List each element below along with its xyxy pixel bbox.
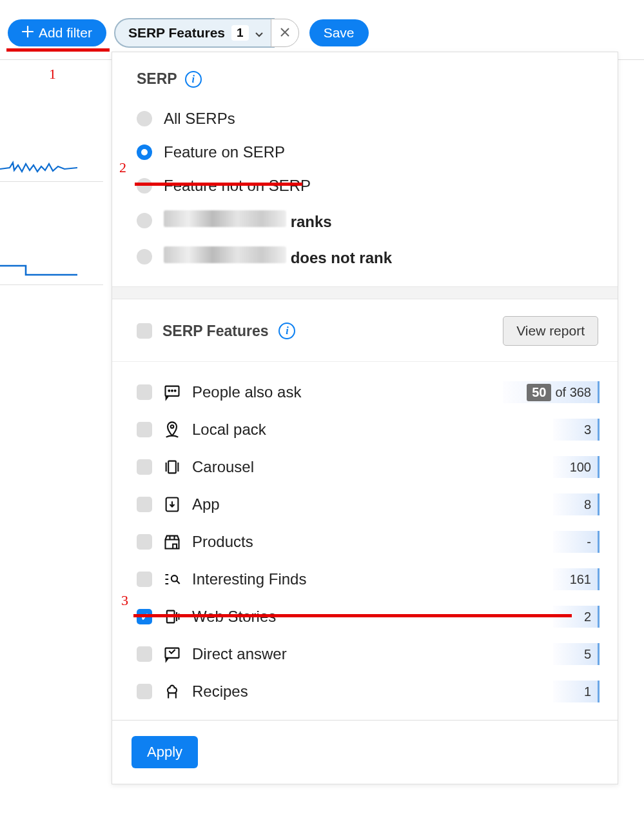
blurred-text [164,246,286,263]
radio-label-3: ranks [164,210,332,231]
section-divider [112,286,618,299]
remove-filter-button[interactable] [271,19,299,47]
radio-option-1[interactable]: Feature on SERP [137,135,598,169]
serp-section-title: SERP [137,70,177,88]
feature-checkbox[interactable] [137,459,152,475]
svg-point-7 [171,575,177,581]
feature-count: 50of 368 [503,381,600,403]
download-icon [162,495,182,514]
feature-label: Direct answer [192,645,543,663]
feature-row-interesting-finds[interactable]: Interesting Finds161 [137,561,611,598]
side-mini-charts [0,137,103,285]
feature-label: Interesting Finds [192,570,543,588]
active-filter-pill[interactable]: SERP Features 1 [114,18,275,48]
svg-point-4 [171,425,174,428]
carousel-icon [162,457,182,477]
blurred-text [164,210,286,227]
features-section-title: SERP Features [162,323,268,340]
radio-label-1: Feature on SERP [164,143,285,161]
features-scroll-area[interactable]: People also ask50of 368Local pack3Carous… [112,362,618,720]
add-filter-button[interactable]: Add filter [8,19,106,46]
annotation-2: 2 [119,159,126,176]
svg-point-3 [175,390,176,392]
close-icon [280,26,290,41]
feature-count: - [553,531,600,553]
plus-icon [22,25,34,41]
feature-row-direct-answer[interactable]: Direct answer5 [137,635,611,673]
features-header: SERP Features i View report [112,299,618,362]
feature-label: App [192,495,543,513]
radio-label-4: does not rank [164,246,392,267]
feature-label: Local pack [192,421,543,439]
feature-checkbox[interactable] [137,572,152,587]
list-search-icon [162,570,182,589]
feature-count: 5 [553,643,600,665]
feature-checkbox[interactable] [137,384,152,400]
radio-4[interactable] [137,249,152,264]
shop-icon [162,532,182,552]
chef-icon [162,682,182,701]
feature-row-people-also-ask[interactable]: People also ask50of 368 [137,373,611,411]
feature-checkbox[interactable] [137,497,152,512]
feature-checkbox[interactable] [137,684,152,699]
serp-features-dropdown: SERP i All SERPsFeature on SERPFeature n… [112,52,618,784]
feature-row-app[interactable]: App8 [137,486,611,523]
feature-count: 100 [553,456,600,478]
feature-row-products[interactable]: Products- [137,523,611,561]
feature-row-recipes[interactable]: Recipes1 [137,673,611,710]
feature-count: 161 [553,568,600,590]
feature-count: 1 [553,681,600,702]
annotation-underline-2 [135,183,302,186]
info-icon[interactable]: i [185,71,202,88]
filter-pill-label: SERP Features [128,25,225,41]
radio-option-2[interactable]: Feature not on SERP [137,169,598,203]
dropdown-footer: Apply [112,720,618,784]
select-all-checkbox[interactable] [137,323,152,339]
annotation-3: 3 [121,592,128,609]
radio-option-4[interactable]: does not rank [137,239,598,275]
radio-option-0[interactable]: All SERPs [137,102,598,135]
svg-point-1 [168,390,170,392]
chevron-down-icon [255,25,263,41]
chat-icon [162,383,182,402]
feature-label: People also ask [192,383,493,401]
view-report-button[interactable]: View report [503,316,598,346]
feature-label: Carousel [192,458,543,476]
radio-2[interactable] [137,178,152,194]
feature-checkbox[interactable] [137,646,152,662]
apply-button[interactable]: Apply [132,736,198,768]
answer-icon [162,644,182,664]
svg-rect-5 [168,461,176,473]
annotation-underline-3 [133,614,572,617]
feature-count: 3 [553,419,600,441]
mini-chart-2 [0,240,103,285]
feature-checkbox[interactable] [137,534,152,550]
save-button[interactable]: Save [309,19,369,46]
radio-label-0: All SERPs [164,110,235,128]
svg-point-2 [171,390,173,392]
radio-1[interactable] [137,144,152,160]
add-filter-label: Add filter [39,25,92,41]
radio-option-3[interactable]: ranks [137,203,598,239]
feature-row-carousel[interactable]: Carousel100 [137,448,611,486]
mini-chart-1 [0,137,103,182]
feature-label: Recipes [192,682,543,701]
radio-label-2: Feature not on SERP [164,177,311,195]
radio-3[interactable] [137,213,152,228]
info-icon[interactable]: i [278,323,295,339]
annotation-1: 1 [49,66,56,83]
feature-count: 8 [553,493,600,515]
annotation-underline-1 [6,48,110,52]
feature-label: Products [192,533,543,551]
save-label: Save [324,25,355,41]
filter-pill-count: 1 [231,25,249,41]
pin-icon [162,420,182,439]
feature-checkbox[interactable] [137,422,152,437]
radio-0[interactable] [137,111,152,126]
serp-radio-section: SERP i All SERPsFeature on SERPFeature n… [112,52,618,286]
feature-row-local-pack[interactable]: Local pack3 [137,411,611,448]
